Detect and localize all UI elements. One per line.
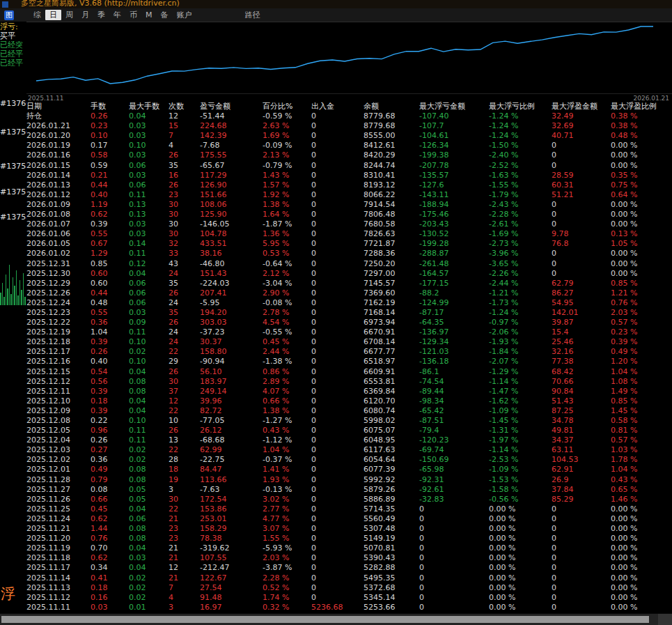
table-row[interactable]: 2025.12.010.490.081884.471.41 %06077.39-… bbox=[26, 465, 672, 474]
table-row[interactable]: 2025.12.300.600.0424151.432.12 %07297.00… bbox=[26, 269, 672, 279]
table-row[interactable]: 2025.12.160.400.1029-90.94-1.38 %06518.9… bbox=[26, 357, 672, 366]
table-row[interactable]: 2025.12.080.220.1010-77.05-1.27 %05998.0… bbox=[26, 416, 672, 426]
header-balance[interactable]: 余额 bbox=[364, 102, 419, 111]
cell-max-float-profit: 104.53 bbox=[552, 455, 611, 465]
menu-item-10[interactable]: 账户 bbox=[173, 9, 196, 21]
table-row[interactable]: 2026.01.190.170.104-7.68-0.09 %08412.61-… bbox=[26, 141, 672, 151]
table-row[interactable]: 2025.12.220.360.0926303.034.54 %06973.94… bbox=[26, 318, 672, 327]
table-row[interactable]: 2025.11.250.450.0422153.862.77 %05714.35… bbox=[26, 504, 672, 514]
cell-max-float-loss: -92.31 bbox=[419, 475, 489, 485]
cell-max-float-profit: 0 bbox=[552, 593, 611, 603]
header-count[interactable]: 次数 bbox=[169, 102, 200, 111]
table-row[interactable]: 2025.12.260.440.0626207.412.90 %07369.60… bbox=[26, 288, 672, 298]
table-row[interactable]: 2026.01.210.230.0315224.682.63 %08779.68… bbox=[26, 121, 672, 131]
menu-item-4[interactable]: 月 bbox=[77, 9, 93, 21]
table-row[interactable]: 2025.12.110.390.0837249.144.07 %06369.84… bbox=[26, 387, 672, 396]
table-row[interactable]: 2026.01.160.580.0326175.552.13 %08420.29… bbox=[26, 151, 672, 160]
cell-pct: -0.55 % bbox=[263, 327, 311, 337]
table-row[interactable]: 2025.11.260.660.0530172.543.02 %05886.89… bbox=[26, 495, 672, 504]
header-lots[interactable]: 手数 bbox=[91, 102, 129, 111]
cell-count: 30 bbox=[169, 200, 200, 210]
table-row[interactable]: 2026.01.060.550.0330104.781.36 %07826.63… bbox=[26, 229, 672, 239]
table-row[interactable]: 2026.01.150.590.0635-65.67-0.79 %08244.7… bbox=[26, 161, 672, 171]
header-max-float-profit[interactable]: 最大浮盈金额 bbox=[552, 102, 611, 111]
chart-end-date: 2026.01.21 bbox=[633, 95, 669, 102]
header-max-lots[interactable]: 最大手数 bbox=[129, 102, 169, 111]
table-row[interactable]: 2025.12.030.270.022262.991.04 %06117.63-… bbox=[26, 445, 672, 455]
table-row[interactable]: 2026.01.070.390.0330-146.05-1.87 %07680.… bbox=[26, 219, 672, 229]
cell-max-float-profit-pct: 0.00 % bbox=[611, 593, 662, 603]
cell-max-float-loss: -87.51 bbox=[419, 416, 489, 426]
table-row[interactable]: 2025.11.270.080.053-7.63-0.13 %05879.26-… bbox=[26, 485, 672, 495]
cell-max-float-profit-pct: 1.45 % bbox=[611, 406, 662, 416]
table-row[interactable]: 2025.12.090.390.042282.721.38 %06080.74-… bbox=[26, 406, 672, 416]
table-row[interactable]: 2025.12.191.040.1124-37.23-0.55 %06670.9… bbox=[26, 327, 672, 337]
menu-item-3[interactable]: 周 bbox=[61, 9, 77, 21]
cell-max-float-profit: 62.91 bbox=[552, 465, 611, 474]
table-row[interactable]: 2025.11.140.410.0221122.672.28 %05495.35… bbox=[26, 573, 672, 583]
table-row[interactable]: 2026.01.120.400.1123151.661.92 %08066.22… bbox=[26, 190, 672, 200]
cell-date: 持仓 bbox=[26, 111, 91, 121]
scrollbar-thumb[interactable] bbox=[1, 616, 649, 623]
table-row[interactable]: 2025.11.240.620.0621253.014.77 %05560.49… bbox=[26, 514, 672, 524]
table-row[interactable]: 2025.11.120.160.02491.481.74 %05345.1400… bbox=[26, 593, 672, 603]
chart-date-range: 2025.11.11 2026.01.21 bbox=[26, 93, 672, 102]
table-row[interactable]: 2025.11.130.180.02727.540.52 %05372.6800… bbox=[26, 583, 672, 593]
table-row[interactable]: 2025.12.170.260.0222158.802.44 %06677.77… bbox=[26, 347, 672, 357]
table-row[interactable]: 2025.12.180.390.102430.370.45 %06708.14-… bbox=[26, 337, 672, 347]
table-row[interactable]: 2025.11.180.620.0321107.552.03 %05390.43… bbox=[26, 553, 672, 563]
cell-pnl: 253.01 bbox=[200, 514, 263, 524]
header-max-float-loss-pct[interactable]: 最大浮亏比例 bbox=[489, 102, 552, 111]
cell-pnl: 16.97 bbox=[200, 603, 263, 612]
cell-max-float-loss: -135.57 bbox=[419, 171, 489, 180]
cell-max-float-profit-pct: 0.00 % bbox=[611, 573, 662, 583]
table-row[interactable]: 2025.12.020.360.0228-22.75-0.37 %06054.6… bbox=[26, 455, 672, 465]
cell-lots: 0.40 bbox=[91, 357, 129, 366]
menu-item-5[interactable]: 季 bbox=[93, 9, 109, 21]
table-row[interactable]: 2025.12.150.540.042656.100.86 %06609.91-… bbox=[26, 367, 672, 377]
header-date[interactable]: 日期 bbox=[26, 102, 91, 111]
horizontal-scrollbar[interactable] bbox=[0, 613, 672, 625]
table-row[interactable]: 2025.11.211.440.0823158.293.07 %05307.48… bbox=[26, 524, 672, 534]
table-row[interactable]: 2025.11.170.340.0412-212.47-3.87 %05282.… bbox=[26, 563, 672, 573]
table-row[interactable]: 2025.11.280.790.0819113.661.93 %05992.92… bbox=[26, 475, 672, 485]
table-row[interactable]: 2025.12.040.260.1113-68.68-1.12 %06048.9… bbox=[26, 435, 672, 445]
table-row[interactable]: 2025.11.200.760.082378.381.55 %05149.190… bbox=[26, 534, 672, 543]
cell-date: 2026.01.12 bbox=[26, 190, 91, 200]
menu-item-1[interactable]: 综 bbox=[29, 9, 45, 21]
table-row[interactable]: 2026.01.091.190.1330108.061.38 %07914.54… bbox=[26, 200, 672, 210]
header-max-float-profit-pct[interactable]: 最大浮盈比例 bbox=[611, 102, 662, 111]
table-row[interactable]: 2025.12.240.480.0624-5.95-0.08 %07162.19… bbox=[26, 298, 672, 308]
table-row[interactable]: 2025.12.100.180.041239.960.66 %06120.70-… bbox=[26, 396, 672, 406]
table-row[interactable]: 2026.01.050.670.1432433.515.95 %07721.87… bbox=[26, 239, 672, 249]
table-row[interactable]: 持仓0.260.0412-51.44-0.59 %08779.68-107.40… bbox=[26, 111, 672, 121]
menu-item-path[interactable]: 路径 bbox=[245, 10, 260, 20]
menu-item-2[interactable]: 日 bbox=[45, 10, 61, 20]
table-row[interactable]: 2026.01.130.440.0626126.901.57 %08193.12… bbox=[26, 180, 672, 190]
table-row[interactable]: 2025.12.310.850.1243-46.80-0.64 %07250.2… bbox=[26, 259, 672, 269]
cell-max-float-profit-pct: 0.00 % bbox=[611, 603, 662, 612]
cell-lots: 0.45 bbox=[91, 504, 129, 514]
table-row[interactable]: 2025.12.230.550.0335194.202.78 %07168.14… bbox=[26, 308, 672, 318]
table-row[interactable]: 2025.12.120.560.0830183.972.89 %06553.81… bbox=[26, 377, 672, 387]
table-row[interactable]: 2025.11.110.030.01316.970.32 %5236.68525… bbox=[26, 603, 672, 612]
cell-cash-flow: 0 bbox=[311, 396, 364, 406]
header-cash-flow[interactable]: 出入金 bbox=[311, 102, 364, 111]
menu-item-7[interactable]: 币 bbox=[125, 9, 141, 21]
table-row[interactable]: 2025.11.190.700.0421-319.62-5.93 %05070.… bbox=[26, 543, 672, 553]
table-row[interactable]: 2026.01.021.290.113338.160.53 %07288.36-… bbox=[26, 249, 672, 259]
header-pnl[interactable]: 盈亏金额 bbox=[200, 102, 263, 111]
table-row[interactable]: 2025.12.050.960.112626.120.43 %06075.07-… bbox=[26, 426, 672, 435]
table-row[interactable]: 2026.01.140.210.0316117.291.43 %08310.41… bbox=[26, 171, 672, 180]
table-row[interactable]: 2026.01.200.100.037142.391.69 %08555.00-… bbox=[26, 131, 672, 141]
menu-item-8[interactable]: M bbox=[141, 10, 157, 20]
header-pct[interactable]: 百分比% bbox=[263, 102, 311, 111]
table-row[interactable]: 2025.12.290.600.0635-224.03-3.04 %07145.… bbox=[26, 279, 672, 288]
menu-item-9[interactable]: 备 bbox=[157, 9, 173, 21]
table-row[interactable]: 2026.01.080.620.1330125.901.64 %07806.48… bbox=[26, 210, 672, 219]
cell-count: 26 bbox=[169, 426, 200, 435]
cell-pct: 1.64 % bbox=[263, 210, 311, 219]
menu-item-6[interactable]: 年 bbox=[109, 9, 125, 21]
header-max-float-loss[interactable]: 最大浮亏金额 bbox=[419, 102, 489, 111]
cell-balance: 6075.07 bbox=[364, 426, 419, 435]
